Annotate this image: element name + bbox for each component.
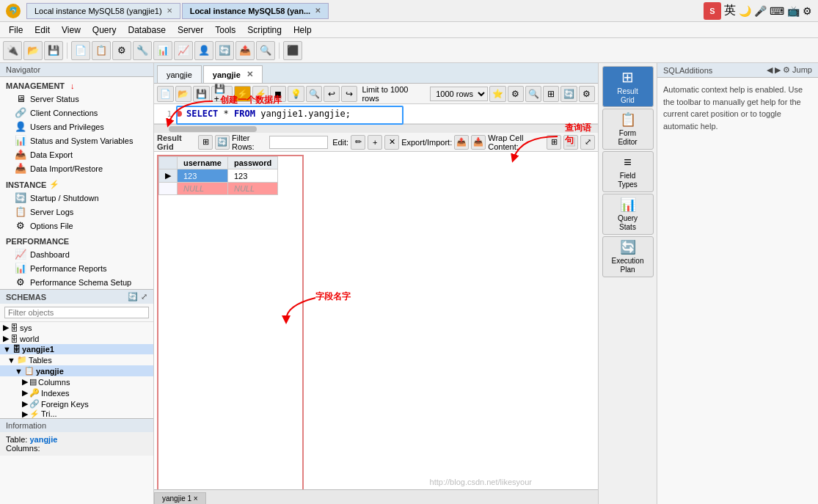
h-scroll-thumb[interactable] — [169, 126, 257, 132]
sql-editor[interactable]: 1 SELECT * FROM yangjie1.yangjie; — [154, 104, 598, 124]
qt-refresh-btn[interactable]: 🔄 — [560, 86, 577, 102]
nav-performance-schema[interactable]: ⚙ Performance Schema Setup — [0, 275, 153, 289]
menu-query[interactable]: Query — [87, 23, 123, 37]
qt-find-btn[interactable]: 🔍 — [306, 86, 323, 102]
menu-file[interactable]: File — [3, 23, 29, 37]
btn4[interactable]: 🔧 — [133, 41, 152, 60]
title-tab-1[interactable]: Local instance MySQL58 (yangjie1) ✕ — [26, 3, 180, 19]
col-password[interactable]: password — [227, 157, 277, 169]
wrap-icon[interactable]: ⊞ — [547, 135, 561, 150]
nav-performance-reports[interactable]: 📊 Performance Reports — [0, 261, 153, 275]
new-tab-btn[interactable]: 📄 — [71, 41, 90, 60]
qt-redo-btn[interactable]: ↪ — [341, 86, 357, 102]
menu-tools[interactable]: Tools — [209, 23, 241, 37]
qt-new-btn[interactable]: 📄 — [157, 86, 174, 102]
nav-server-logs[interactable]: 📋 Server Logs — [0, 205, 153, 219]
rp-execution-plan[interactable]: 🔄 ExecutionPlan — [602, 236, 654, 277]
close-query-tab[interactable]: ✕ — [247, 70, 253, 79]
sqladd-jump-btn[interactable]: Jump — [792, 65, 812, 75]
schema-filter-input[interactable] — [4, 307, 149, 318]
qt-save-btn[interactable]: 💾 — [193, 86, 210, 102]
tree-indexes[interactable]: ▶ 🔑 Indexes — [0, 387, 153, 398]
tree-sys[interactable]: ▶ 🗄 sys — [0, 322, 153, 333]
sql-content[interactable]: SELECT * FROM yangjie1.yangjie; — [186, 109, 351, 119]
btn11[interactable]: ⬛ — [283, 41, 302, 60]
menu-edit[interactable]: Edit — [29, 23, 56, 37]
tree-triggers[interactable]: ▶ ⚡ Tri... — [0, 409, 153, 418]
qt-search-btn[interactable]: 🔍 — [525, 86, 542, 102]
qt-exec-btn[interactable]: ⚡ — [234, 86, 251, 102]
menu-help[interactable]: Help — [288, 23, 318, 37]
menu-server[interactable]: Server — [172, 23, 209, 37]
qt-toolbar-btn[interactable]: ⚙ — [508, 86, 524, 102]
result-grid-container[interactable]: username password ▶ 123 123 NULL — [157, 155, 304, 501]
filter-rows-input[interactable] — [269, 136, 328, 149]
nav-users-privileges[interactable]: 👤 Users and Privileges — [0, 120, 153, 134]
nav-server-status[interactable]: 🖥 Server Status — [0, 92, 153, 106]
tree-yangjie1[interactable]: ▼ 🗄 yangjie1 — [0, 344, 153, 354]
tree-columns[interactable]: ▶ ▤ Columns — [0, 376, 153, 387]
export-btn[interactable]: 📤 — [454, 135, 469, 150]
qt-stop-btn[interactable]: ◼ — [270, 86, 286, 102]
btn8[interactable]: 🔄 — [215, 41, 234, 60]
btn5[interactable]: 📊 — [153, 41, 172, 60]
qt-grid-btn[interactable]: ⊞ — [543, 86, 559, 102]
qt-undo-btn[interactable]: ↩ — [324, 86, 340, 102]
btn10[interactable]: 🔍 — [256, 41, 275, 60]
nav-startup-shutdown[interactable]: 🔄 Startup / Shutdown — [0, 191, 153, 205]
nav-data-export[interactable]: 📤 Data Export — [0, 147, 153, 161]
query-tab-2[interactable]: yangjie ✕ — [203, 65, 263, 83]
h-scrollbar[interactable] — [154, 124, 598, 133]
tree-world[interactable]: ▶ 🗄 world — [0, 333, 153, 344]
nav-client-connections[interactable]: 🔗 Client Connections — [0, 106, 153, 120]
tree-foreign-keys[interactable]: ▶ 🔗 Foreign Keys — [0, 398, 153, 409]
col-username[interactable]: username — [178, 157, 228, 169]
edit-btn[interactable]: ✏ — [351, 135, 365, 150]
nav-options-file[interactable]: ⚙ Options File — [0, 219, 153, 233]
btn6[interactable]: 📈 — [174, 41, 193, 60]
tree-tables-folder[interactable]: ▼ 📁 Tables — [0, 354, 153, 365]
query-tab-1[interactable]: yangjie — [157, 65, 202, 83]
result-row-1[interactable]: ▶ 123 123 — [159, 169, 278, 183]
tree-yangjie-table[interactable]: ▼ 📋 yangjie — [0, 365, 153, 376]
btn7[interactable]: 👤 — [194, 41, 213, 60]
qt-open-btn[interactable]: 📂 — [175, 86, 192, 102]
delete-btn[interactable]: ✕ — [384, 135, 399, 150]
rp-query-stats[interactable]: 📊 QueryStats — [602, 194, 654, 235]
qt-save-as-btn[interactable]: 💾+ — [211, 86, 233, 102]
schema-expand-icon[interactable]: ⤢ — [141, 292, 147, 302]
wrap-toggle[interactable]: ⬜ — [563, 135, 578, 150]
bottom-tab-1[interactable]: yangjie 1 × — [154, 492, 206, 504]
sqladd-prev-btn[interactable]: ◀ — [767, 65, 773, 75]
sqladd-next-btn[interactable]: ▶ — [775, 65, 781, 75]
nav-dashboard[interactable]: 📈 Dashboard — [0, 247, 153, 261]
title-tab-2[interactable]: Local instance MySQL58 (yan... ✕ — [182, 3, 329, 19]
row1-username[interactable]: 123 — [178, 169, 228, 183]
new-conn-btn[interactable]: 🔌 — [3, 41, 22, 60]
row2-password[interactable]: NULL — [227, 183, 277, 195]
import-btn[interactable]: 📥 — [471, 135, 486, 150]
nav-status-variables[interactable]: 📊 Status and System Variables — [0, 134, 153, 147]
row1-password[interactable]: 123 — [227, 169, 277, 183]
close-tab-2[interactable]: ✕ — [315, 7, 321, 15]
apply-btn[interactable]: + — [368, 135, 382, 150]
limit-select[interactable]: 1000 rows 500 rows 200 rows — [430, 87, 488, 101]
open-sql-btn[interactable]: 📂 — [23, 41, 43, 60]
menu-database[interactable]: Database — [123, 23, 172, 37]
qt-star-btn[interactable]: ⭐ — [489, 86, 506, 102]
result-grid-icon[interactable]: ⊞ — [198, 135, 213, 150]
menu-scripting[interactable]: Scripting — [241, 23, 288, 37]
row2-username[interactable]: NULL — [178, 183, 228, 195]
qt-exec-curr-btn[interactable]: ⚡ — [252, 86, 269, 102]
schema-refresh-icon[interactable]: 🔄 — [128, 292, 138, 302]
fullscreen-btn[interactable]: ⤢ — [580, 135, 595, 150]
result-refresh-icon[interactable]: 🔄 — [215, 135, 230, 150]
sqladd-settings-btn[interactable]: ⚙ — [783, 65, 790, 75]
line-breakpoint[interactable] — [176, 111, 182, 117]
rp-field-types[interactable]: ≡ FieldTypes — [602, 151, 654, 192]
nav-data-import[interactable]: 📥 Data Import/Restore — [0, 161, 153, 175]
rp-form-editor[interactable]: 📋 FormEditor — [602, 109, 654, 150]
menu-view[interactable]: View — [56, 23, 87, 37]
result-row-2[interactable]: NULL NULL — [159, 183, 278, 195]
close-tab-1[interactable]: ✕ — [167, 7, 172, 15]
